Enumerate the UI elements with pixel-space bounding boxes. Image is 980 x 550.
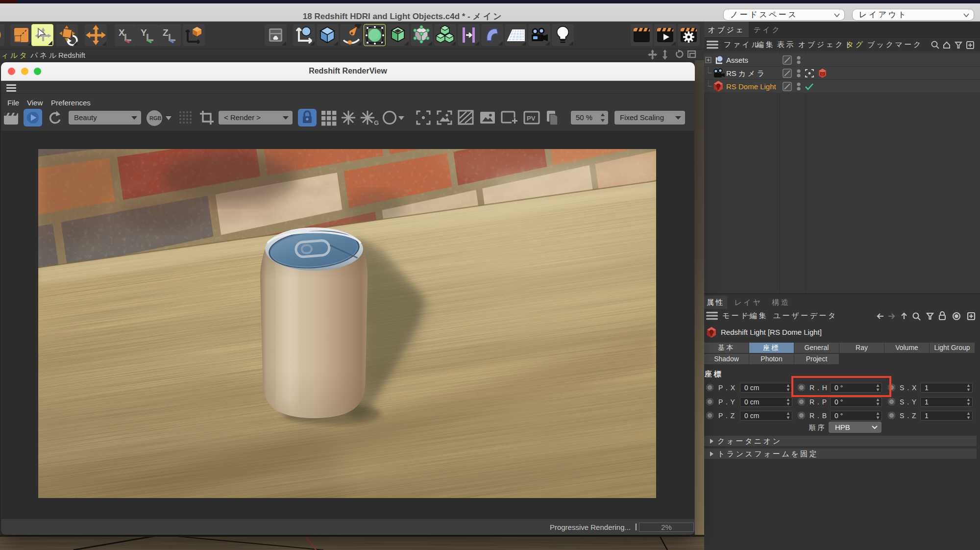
- svg-text:G: G: [374, 119, 379, 125]
- svg-text:PV: PV: [527, 115, 536, 122]
- svg-text:X: X: [119, 27, 125, 38]
- svg-text:RGB: RGB: [149, 115, 162, 121]
- svg-text:Y: Y: [141, 27, 147, 38]
- svg-text:Z: Z: [163, 27, 169, 38]
